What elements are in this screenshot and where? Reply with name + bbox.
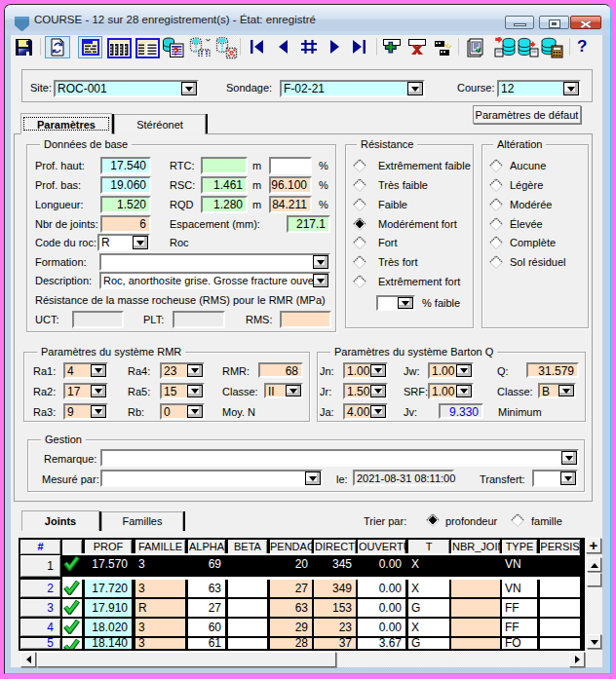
svg-text:?: ?	[173, 46, 179, 57]
